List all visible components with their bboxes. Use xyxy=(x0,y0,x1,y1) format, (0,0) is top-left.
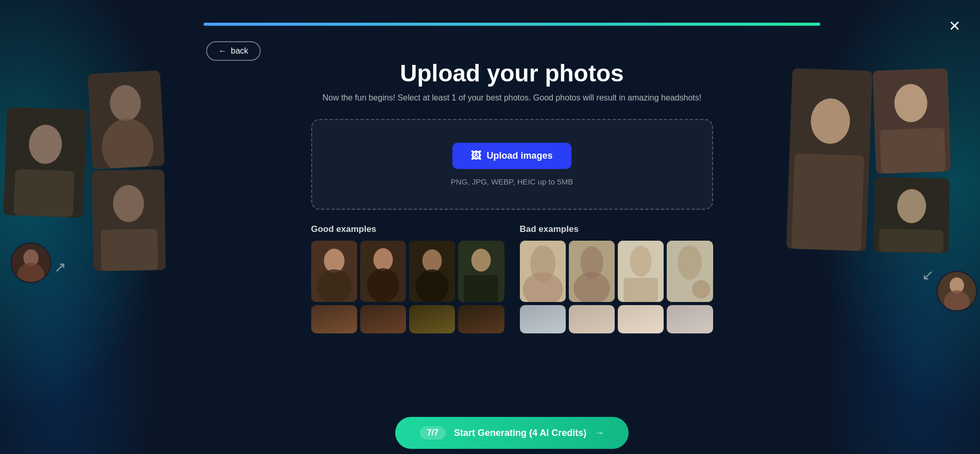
start-button-container: 7/7 Start Generating (4 AI Credits) → xyxy=(204,417,820,454)
upload-button-label: Upload images xyxy=(486,150,552,161)
bad-example-1 xyxy=(520,241,566,302)
left-photo-1 xyxy=(88,70,164,169)
page-subtitle: Now the fun begins! Select at least 1 of… xyxy=(323,93,702,103)
good-example-6 xyxy=(360,305,406,333)
left-arrow-decoration: ↗ xyxy=(54,259,66,276)
bad-example-6 xyxy=(569,305,615,333)
close-button[interactable]: ✕ xyxy=(945,16,964,35)
page-title: Upload your photos xyxy=(400,59,623,87)
good-examples-grid xyxy=(311,241,504,302)
good-example-2 xyxy=(360,241,406,302)
left-photo-3 xyxy=(92,170,165,271)
photo-count-badge: 7/7 xyxy=(420,426,446,440)
bad-example-3 xyxy=(618,241,664,302)
good-examples-col: Good examples xyxy=(311,224,504,333)
bad-examples-col: Bad examples xyxy=(520,224,713,333)
svg-point-43 xyxy=(630,246,651,277)
left-decoration-photos: ↗ xyxy=(0,67,196,314)
good-examples-label: Good examples xyxy=(311,224,504,234)
svg-point-25 xyxy=(324,249,344,273)
upload-icon: 🖼 xyxy=(471,150,481,162)
bad-example-5 xyxy=(520,305,566,333)
progress-bar xyxy=(204,23,820,26)
good-example-3 xyxy=(409,241,455,302)
svg-rect-44 xyxy=(623,278,658,302)
svg-point-31 xyxy=(423,249,442,272)
good-example-5 xyxy=(311,305,357,333)
start-generating-button[interactable]: 7/7 Start Generating (4 AI Credits) → xyxy=(395,417,629,449)
bad-examples-label: Bad examples xyxy=(520,224,713,234)
svg-point-46 xyxy=(678,245,702,280)
svg-point-34 xyxy=(471,249,491,272)
svg-point-29 xyxy=(367,268,399,302)
right-circle-avatar xyxy=(936,271,977,312)
upload-format-hint: PNG, JPG, WEBP, HEIC up to 5MB xyxy=(451,177,573,186)
bad-examples-grid xyxy=(520,241,713,302)
left-photo-2 xyxy=(3,107,87,217)
bad-example-2 xyxy=(569,241,615,302)
svg-rect-17 xyxy=(880,128,946,174)
start-generating-label: Start Generating (4 AI Credits) xyxy=(454,428,586,439)
svg-rect-5 xyxy=(13,169,74,217)
good-example-1 xyxy=(311,241,357,302)
svg-rect-35 xyxy=(464,275,499,302)
right-arrow-decoration: ↙ xyxy=(922,266,934,283)
good-example-4 xyxy=(458,241,504,302)
left-circle-avatar xyxy=(10,242,52,283)
svg-rect-20 xyxy=(879,229,944,253)
svg-point-47 xyxy=(692,280,711,299)
bad-example-4 xyxy=(667,241,713,302)
svg-point-28 xyxy=(373,248,393,271)
right-photo-2 xyxy=(873,69,951,174)
good-example-8 xyxy=(458,305,504,333)
good-examples-grid-row2 xyxy=(311,305,504,333)
upload-dropzone[interactable]: 🖼 Upload images PNG, JPG, WEBP, HEIC up … xyxy=(311,119,713,210)
upload-images-button[interactable]: 🖼 Upload images xyxy=(452,143,571,169)
right-photo-3 xyxy=(874,177,950,254)
bad-examples-grid-row2 xyxy=(520,305,713,333)
bad-example-7 xyxy=(618,305,664,333)
start-arrow-icon: → xyxy=(595,428,604,439)
examples-section: Good examples xyxy=(311,224,713,333)
good-example-7 xyxy=(409,305,455,333)
svg-rect-8 xyxy=(100,229,158,271)
bad-example-8 xyxy=(667,305,713,333)
main-content: Upload your photos Now the fun begins! S… xyxy=(204,31,820,333)
progress-bar-container xyxy=(204,23,820,26)
